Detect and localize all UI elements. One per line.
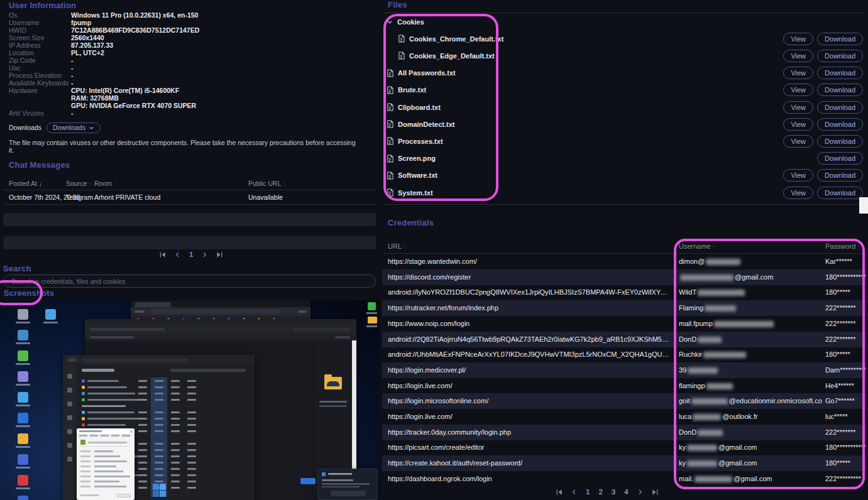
view-button[interactable]: View bbox=[783, 84, 813, 96]
dialog-field-label bbox=[80, 450, 91, 452]
credential-username: luca@outlook.fr bbox=[679, 409, 822, 425]
page-number-2[interactable]: 2 bbox=[598, 488, 602, 496]
download-button[interactable]: Download bbox=[817, 118, 863, 131]
file-icon bbox=[387, 137, 393, 145]
chat-column-header[interactable]: Room↑ bbox=[94, 180, 117, 187]
process-stat bbox=[171, 449, 180, 451]
user-info-row: Screen Size2560x1440 bbox=[0, 34, 377, 41]
view-button[interactable]: View bbox=[783, 135, 813, 148]
download-button[interactable]: Download bbox=[817, 135, 863, 148]
dialog-field-label bbox=[80, 460, 91, 462]
previous-page-button[interactable] bbox=[571, 489, 577, 496]
downloads-row: Downloads Downloads bbox=[9, 122, 101, 133]
desktop-app-icon bbox=[368, 302, 376, 310]
user-info-value: - bbox=[71, 72, 74, 79]
process-icon bbox=[82, 392, 85, 395]
user-information-list: OsWindows 11 Pro (10.0.22631) x64, en-15… bbox=[0, 11, 377, 117]
chat-column-header[interactable]: Public URL↑ bbox=[248, 180, 286, 187]
user-info-value-line: - bbox=[71, 72, 74, 79]
process-stat bbox=[187, 474, 196, 476]
process-stat bbox=[138, 455, 147, 457]
credential-url: android://UhbMtiAExFNPNceArXxYL07IKDceJ9… bbox=[388, 347, 669, 362]
dialog-field-row bbox=[80, 474, 131, 479]
desktop-icon bbox=[18, 454, 28, 465]
download-warning-text: The file may contain viruses or other de… bbox=[9, 139, 361, 154]
user-info-row: Zip Code- bbox=[0, 57, 377, 64]
chat-cell: Telegram bbox=[66, 193, 93, 201]
dialog-field-row bbox=[80, 459, 131, 464]
credentials-column-header[interactable]: Password↑ bbox=[825, 242, 860, 250]
dialog-field-row bbox=[80, 464, 131, 469]
page-number-3[interactable]: 3 bbox=[612, 488, 615, 496]
file-row: Screen.png bbox=[387, 150, 436, 167]
process-stat bbox=[187, 487, 196, 489]
folder-row-cookies[interactable]: Cookies bbox=[387, 13, 424, 30]
search-input[interactable] bbox=[3, 274, 376, 288]
process-stat bbox=[138, 449, 147, 451]
process-name bbox=[87, 393, 135, 394]
download-button[interactable]: Download bbox=[817, 152, 863, 165]
file-icon bbox=[387, 188, 393, 197]
download-button[interactable]: Download bbox=[817, 67, 863, 79]
customize-button[interactable] bbox=[300, 478, 316, 484]
screenshots-title: Screenshots bbox=[4, 288, 54, 298]
file-name: Processes.txt bbox=[398, 138, 443, 145]
file-icon bbox=[387, 155, 393, 163]
page-number-1[interactable]: 1 bbox=[586, 488, 590, 496]
process-icon bbox=[82, 417, 85, 420]
view-button[interactable]: View bbox=[783, 187, 813, 199]
downloads-dropdown-label: Downloads bbox=[53, 124, 85, 131]
chat-column-header[interactable]: Posted At↓ bbox=[9, 180, 41, 187]
dismiss-button[interactable] bbox=[331, 491, 366, 496]
shield-icon bbox=[322, 472, 326, 476]
process-stat bbox=[171, 487, 180, 489]
rail-icon bbox=[67, 457, 72, 462]
chat-column-header[interactable]: Source↑ bbox=[66, 180, 92, 187]
process-name bbox=[87, 380, 119, 382]
download-button[interactable]: Download bbox=[817, 50, 863, 62]
redacted-blur bbox=[695, 476, 732, 482]
dialog-field-label bbox=[80, 476, 91, 477]
download-button[interactable]: Download bbox=[817, 187, 863, 199]
first-page-button[interactable] bbox=[556, 489, 563, 496]
view-button[interactable]: View bbox=[783, 33, 813, 45]
user-info-value-line: fpump bbox=[71, 19, 91, 26]
file-name: DomainDetect.txt bbox=[398, 121, 454, 128]
view-button[interactable]: View bbox=[783, 67, 813, 79]
downloads-dropdown-button[interactable]: Downloads bbox=[47, 122, 101, 133]
download-button[interactable]: Download bbox=[817, 169, 863, 182]
dialog-tab bbox=[111, 435, 119, 437]
security-notification-toast bbox=[317, 469, 378, 500]
download-button[interactable]: Download bbox=[817, 33, 863, 45]
file-action-buttons: Download bbox=[785, 150, 863, 167]
credentials-column-header[interactable]: Username↑ bbox=[679, 242, 715, 250]
dialog-field-value bbox=[94, 455, 120, 457]
process-stat bbox=[138, 481, 147, 482]
page-number-4[interactable]: 4 bbox=[624, 488, 628, 496]
page-scrollbar-thumb[interactable] bbox=[859, 197, 868, 214]
view-button[interactable]: View bbox=[783, 50, 813, 62]
credentials-column-header[interactable]: URL↑ bbox=[388, 242, 407, 250]
process-stat bbox=[187, 481, 196, 482]
user-info-value: Windows 11 Pro (10.0.22631) x64, en-150 bbox=[71, 11, 198, 19]
credential-password: luc***** bbox=[825, 409, 865, 425]
download-button[interactable]: Download bbox=[817, 84, 863, 96]
credential-username: ky@gmail.com bbox=[679, 440, 822, 455]
rail-icon bbox=[67, 401, 72, 406]
process-stat bbox=[138, 399, 147, 401]
view-button[interactable]: View bbox=[783, 101, 813, 114]
credential-password: 180***** bbox=[825, 455, 865, 471]
username-text: @educationmir.onmicrosoft.com bbox=[729, 397, 822, 405]
view-button[interactable]: View bbox=[783, 169, 813, 182]
user-info-label: Hardware bbox=[9, 87, 38, 94]
file-icon bbox=[387, 103, 393, 111]
desktop-screenshot-thumbnail[interactable] bbox=[0, 300, 380, 500]
next-page-button[interactable] bbox=[637, 489, 643, 496]
view-button[interactable]: View bbox=[783, 118, 813, 131]
desktop-icon bbox=[18, 496, 28, 500]
last-page-button[interactable] bbox=[652, 489, 659, 496]
chevron-down-icon bbox=[387, 19, 393, 25]
download-button[interactable]: Download bbox=[817, 101, 863, 114]
dialog-tab bbox=[79, 435, 87, 437]
credential-password: 180************** bbox=[825, 269, 865, 285]
